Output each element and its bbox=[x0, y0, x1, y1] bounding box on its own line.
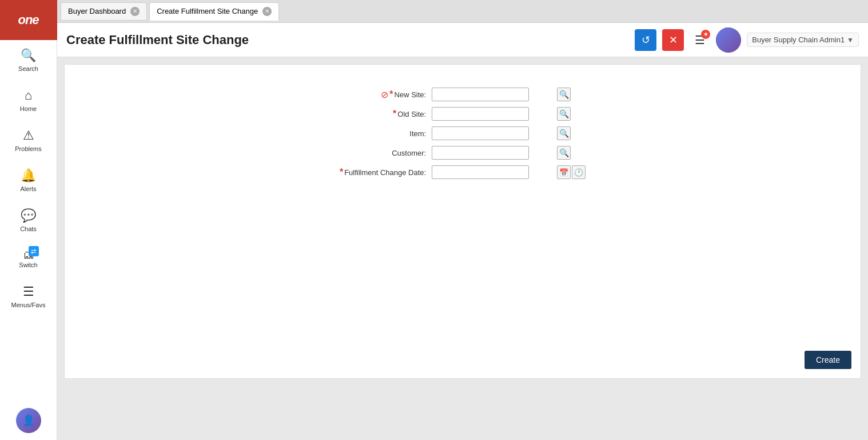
tab-create-fulfillment-close[interactable]: ✕ bbox=[262, 7, 272, 16]
tab-buyer-dashboard-close[interactable]: ✕ bbox=[130, 7, 140, 16]
sidebar-item-problems[interactable]: ⚠ Problems bbox=[0, 120, 57, 160]
customer-search-icon: 🔍 bbox=[559, 148, 569, 157]
sidebar-label-problems: Problems bbox=[15, 145, 41, 152]
sidebar-label-home: Home bbox=[20, 105, 37, 112]
fulfillment-date-label-cell: * Fulfillment Change Date: bbox=[314, 167, 429, 177]
sidebar-item-search[interactable]: 🔍 Search bbox=[0, 40, 57, 80]
item-input[interactable] bbox=[432, 126, 529, 140]
app-logo[interactable]: one bbox=[0, 0, 57, 40]
sidebar-item-alerts[interactable]: 🔔 Alerts bbox=[0, 160, 57, 200]
sidebar-item-menus[interactable]: ☰ Menus/Favs bbox=[0, 276, 57, 316]
sidebar-label-menus: Menus/Favs bbox=[11, 302, 46, 308]
fulfillment-date-required-star: * bbox=[340, 167, 343, 177]
header-avatar[interactable] bbox=[716, 27, 741, 53]
old-site-input[interactable] bbox=[432, 107, 529, 121]
menu-icon: ☰ bbox=[23, 284, 34, 299]
refresh-button[interactable]: ↺ bbox=[635, 29, 656, 51]
header-actions: ↺ ✕ ☰ ★ Buyer Supply Chain Admin1 ▼ bbox=[635, 27, 859, 53]
user-name: Buyer Supply Chain Admin1 bbox=[752, 35, 845, 44]
sidebar-label-switch: Switch bbox=[19, 261, 37, 268]
sidebar-label-search: Search bbox=[18, 65, 38, 72]
warning-icon: ⚠ bbox=[23, 128, 34, 143]
customer-search-button[interactable]: 🔍 bbox=[557, 146, 571, 160]
item-search-icon: 🔍 bbox=[559, 129, 569, 138]
old-site-search-button[interactable]: 🔍 bbox=[557, 107, 571, 121]
sidebar-item-switch[interactable]: 🗂 ⇄ Switch bbox=[0, 240, 57, 276]
new-site-search-icon: 🔍 bbox=[559, 90, 569, 99]
search-icon: 🔍 bbox=[21, 48, 36, 63]
item-label: Item: bbox=[409, 129, 429, 138]
tab-buyer-dashboard[interactable]: Buyer Dashboard ✕ bbox=[61, 2, 147, 21]
item-label-cell: Item: bbox=[314, 129, 429, 138]
close-button[interactable]: ✕ bbox=[662, 29, 684, 51]
form-card: ⊘ * New Site: 🔍 * Old Site: 🔍 bbox=[64, 64, 861, 379]
customer-input[interactable] bbox=[432, 146, 529, 160]
calendar-button[interactable]: 📅 bbox=[557, 165, 571, 179]
tab-buyer-dashboard-label: Buyer Dashboard bbox=[68, 7, 126, 15]
home-icon: ⌂ bbox=[25, 88, 32, 103]
sidebar-label-alerts: Alerts bbox=[20, 185, 36, 192]
fulfillment-date-input[interactable] bbox=[432, 165, 529, 179]
tabs-bar: Buyer Dashboard ✕ Create Fulfillment Sit… bbox=[57, 0, 868, 23]
old-site-required-star: * bbox=[393, 109, 396, 119]
chat-icon: 💬 bbox=[21, 208, 36, 223]
sidebar-item-chats[interactable]: 💬 Chats bbox=[0, 200, 57, 240]
new-site-error-icon: ⊘ bbox=[381, 89, 388, 100]
old-site-label: Old Site: bbox=[397, 110, 429, 118]
clock-icon: 🕐 bbox=[574, 168, 583, 177]
favorites-badge: ★ bbox=[701, 30, 710, 39]
sidebar-avatar-img: 👤 bbox=[16, 408, 41, 433]
refresh-icon: ↺ bbox=[642, 34, 650, 46]
date-buttons: 📅 🕐 bbox=[557, 165, 611, 179]
dropdown-arrow-icon: ▼ bbox=[847, 36, 854, 44]
bell-icon: 🔔 bbox=[21, 168, 36, 183]
tab-create-fulfillment-label: Create Fulfillment Site Change bbox=[157, 7, 258, 15]
logo-text: one bbox=[18, 13, 38, 27]
old-site-label-cell: * Old Site: bbox=[314, 109, 429, 119]
create-button[interactable]: Create bbox=[805, 351, 851, 369]
header-bar: Create Fulfillment Site Change ↺ ✕ ☰ ★ B… bbox=[57, 23, 868, 57]
switch-badge: ⇄ bbox=[29, 246, 39, 256]
tab-create-fulfillment[interactable]: Create Fulfillment Site Change ✕ bbox=[149, 2, 279, 21]
page-title: Create Fulfillment Site Change bbox=[66, 33, 628, 47]
main-content: Buyer Dashboard ✕ Create Fulfillment Sit… bbox=[57, 0, 868, 440]
old-site-search-icon: 🔍 bbox=[559, 109, 569, 118]
customer-label-cell: Customer: bbox=[314, 149, 429, 157]
menu-favorites-button[interactable]: ☰ ★ bbox=[690, 30, 710, 50]
item-search-button[interactable]: 🔍 bbox=[557, 126, 571, 140]
new-site-input[interactable] bbox=[432, 88, 529, 101]
new-site-search-button[interactable]: 🔍 bbox=[557, 88, 571, 101]
sidebar-avatar[interactable]: 👤 bbox=[16, 408, 41, 433]
customer-label: Customer: bbox=[392, 149, 429, 157]
new-site-required-star: * bbox=[389, 89, 393, 100]
fulfillment-date-label: Fulfillment Change Date: bbox=[344, 168, 429, 177]
avatar-image bbox=[716, 27, 741, 53]
sidebar-label-chats: Chats bbox=[20, 225, 37, 232]
new-site-label-cell: ⊘ * New Site: bbox=[314, 89, 429, 100]
clock-button[interactable]: 🕐 bbox=[572, 165, 586, 179]
close-icon: ✕ bbox=[669, 34, 678, 46]
calendar-icon: 📅 bbox=[559, 168, 568, 177]
form-grid: ⊘ * New Site: 🔍 * Old Site: 🔍 bbox=[314, 88, 611, 179]
switch-icon-wrapper: 🗂 ⇄ bbox=[23, 248, 34, 261]
new-site-label: New Site: bbox=[395, 90, 430, 99]
user-dropdown[interactable]: Buyer Supply Chain Admin1 ▼ bbox=[747, 33, 859, 47]
sidebar: one 🔍 Search ⌂ Home ⚠ Problems 🔔 Alerts … bbox=[0, 0, 57, 440]
content-area: ⊘ * New Site: 🔍 * Old Site: 🔍 bbox=[57, 57, 868, 440]
create-button-container: Create bbox=[805, 351, 851, 369]
sidebar-item-home[interactable]: ⌂ Home bbox=[0, 80, 57, 120]
